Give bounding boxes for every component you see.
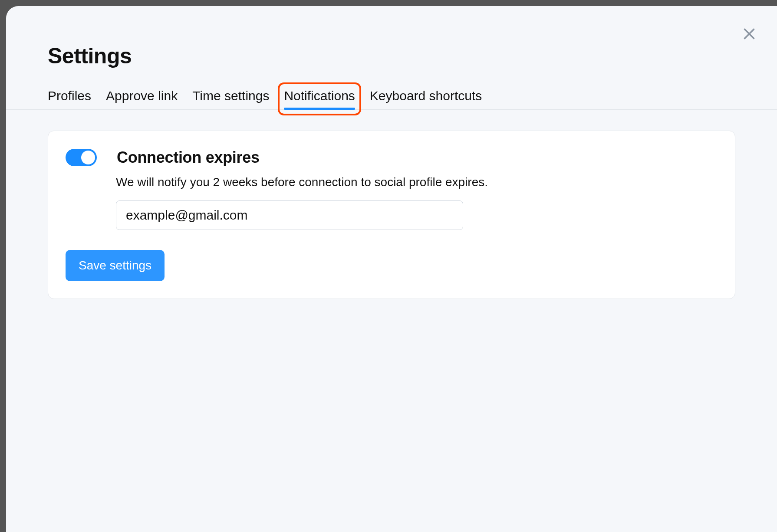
toggle-knob — [81, 151, 95, 164]
close-button[interactable] — [740, 24, 759, 43]
modal-title: Settings — [48, 43, 735, 69]
notifications-card: Connection expires We will notify you 2 … — [48, 131, 735, 299]
connection-expires-toggle[interactable] — [66, 149, 97, 166]
connection-expires-description: We will notify you 2 weeks before connec… — [116, 175, 718, 189]
tab-time-settings[interactable]: Time settings — [192, 87, 269, 109]
tab-profiles[interactable]: Profiles — [48, 87, 91, 109]
notification-email-input[interactable] — [116, 200, 463, 230]
tab-keyboard-shortcuts[interactable]: Keyboard shortcuts — [370, 87, 482, 109]
save-settings-button[interactable]: Save settings — [66, 250, 165, 281]
tab-approve-link[interactable]: Approve link — [106, 87, 178, 109]
connection-expires-title: Connection expires — [117, 148, 260, 167]
tabs-bar: Profiles Approve link Time settings Noti… — [6, 87, 777, 110]
settings-modal: Settings Profiles Approve link Time sett… — [6, 6, 777, 532]
tab-notifications[interactable]: Notifications — [284, 87, 355, 109]
close-icon — [741, 26, 757, 42]
